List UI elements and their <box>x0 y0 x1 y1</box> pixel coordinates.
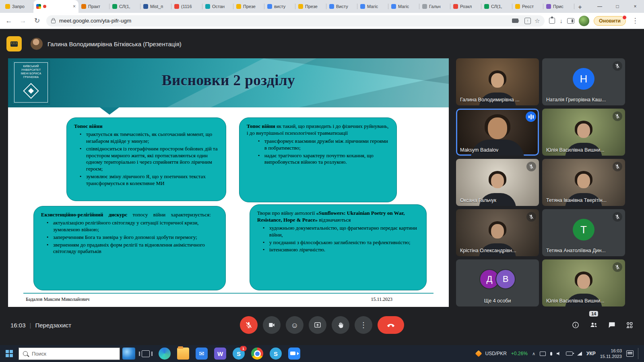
edge-icon[interactable] <box>159 348 171 360</box>
back-button[interactable]: ← <box>4 17 14 25</box>
participant-tile[interactable]: Тетяна Іванівна Тверітін... <box>542 159 625 206</box>
browser-tab[interactable]: Прис <box>543 0 574 13</box>
tab-close-icon[interactable]: × <box>73 4 76 9</box>
browser-tab[interactable]: Презе <box>295 0 326 13</box>
browser-tab[interactable]: Практ <box>78 0 109 13</box>
browser-tab[interactable]: СЛ(1, <box>109 0 140 13</box>
side-panel-icon[interactable] <box>567 18 574 24</box>
slide-box-title: Топос війни <box>74 123 219 130</box>
tabs: Запро×ПрактСЛ(1,Mist_п(1116ОстанПрезевис… <box>0 0 574 13</box>
presentation-badge-button[interactable] <box>6 36 22 51</box>
taskbar-search[interactable] <box>19 348 120 360</box>
slide-box-title-part: відзначаються <box>318 217 351 223</box>
tab-label: Реєст <box>522 4 541 9</box>
camera-capture-icon[interactable] <box>512 19 518 23</box>
extensions-icon[interactable] <box>549 18 555 24</box>
participant-tile[interactable]: Оксана Гальчук <box>456 159 539 206</box>
browser-tab[interactable]: Запро <box>2 0 33 13</box>
browser-tab[interactable]: Висту <box>326 0 357 13</box>
slide-author: Бадалов Максим Миколайович <box>26 296 89 302</box>
browser-tab[interactable]: Презе <box>233 0 264 13</box>
maximize-button[interactable]: □ <box>609 0 626 13</box>
mail-icon[interactable]: ✉ <box>196 348 208 360</box>
address-bar[interactable]: meet.google.com/yta-pifr-ugm ↑ ☆ <box>46 15 545 27</box>
participants-icon[interactable]: 14 <box>589 321 598 329</box>
participant-tile[interactable]: Maksym Badalov <box>456 109 539 156</box>
browser-tab[interactable]: (1116 <box>171 0 202 13</box>
volume-tray-icon[interactable] <box>557 351 561 356</box>
browser-tab[interactable]: СЛ(1, <box>481 0 512 13</box>
camera-button[interactable] <box>263 316 281 334</box>
search-input[interactable] <box>31 350 116 357</box>
widgets-weather-icon[interactable] <box>122 348 135 360</box>
downloads-icon[interactable]: ↓ <box>559 17 563 24</box>
skype2-icon[interactable]: S <box>270 348 282 360</box>
minimize-button[interactable]: — <box>591 0 609 13</box>
raise-hand-button[interactable] <box>332 316 349 334</box>
tab-favicon-icon <box>546 4 551 9</box>
slide-box-title-part: Екзистенційно-релігійний дискурс <box>41 212 127 218</box>
present-button[interactable] <box>309 316 326 334</box>
battery-tray-icon[interactable] <box>566 352 573 356</box>
ticker-icon[interactable] <box>475 350 482 357</box>
action-center-icon[interactable] <box>626 350 634 357</box>
reactions-button[interactable]: ☺ <box>286 316 303 334</box>
participant-tile[interactable]: Юлія Василівна Вишни... <box>542 109 625 156</box>
info-icon[interactable] <box>572 321 580 329</box>
skype-icon[interactable]: S1 <box>233 348 245 360</box>
task-view-icon[interactable] <box>142 350 150 357</box>
tab-favicon-icon <box>515 4 520 9</box>
tab-label: Презе <box>243 4 262 9</box>
new-tab-button[interactable]: + <box>574 2 586 13</box>
mic-tray-icon[interactable] <box>550 352 552 356</box>
taskbar-clock[interactable]: 16:03 15.11.2023 <box>600 348 622 360</box>
participant-tile[interactable]: ДВЩе 4 особи <box>456 259 539 306</box>
start-button[interactable] <box>0 345 19 362</box>
close-window-button[interactable]: × <box>626 0 644 13</box>
browser-tab[interactable]: Розкл <box>450 0 481 13</box>
ticker-pair[interactable]: USD/PKR <box>485 351 507 356</box>
more-options-button[interactable]: ⋮ <box>355 316 372 334</box>
reload-button[interactable]: ↻ <box>32 16 42 25</box>
participant-tile[interactable]: ННаталія Григорівна Каш... <box>542 58 625 105</box>
zoom-icon[interactable] <box>288 348 300 360</box>
slide-box-title-part: Топос війни <box>247 123 275 129</box>
browser-menu-icon[interactable]: ⋮ <box>630 16 640 25</box>
participant-tile[interactable]: Крістіна Олександрівн... <box>456 209 539 256</box>
browser-tab[interactable]: Реєст <box>512 0 543 13</box>
participant-tile[interactable]: ТТетяна Анатоліївна Дин... <box>542 209 625 256</box>
leave-call-button[interactable] <box>378 316 404 334</box>
participant-tile[interactable]: Юлія Василівна Вишни... <box>542 259 625 306</box>
hidden-icons-caret[interactable]: ∧ <box>532 351 535 356</box>
activities-icon[interactable] <box>625 321 634 329</box>
profile-avatar[interactable] <box>579 16 589 26</box>
mic-button[interactable] <box>240 316 258 334</box>
slide-box-title-part: топосу війни характеризується: <box>127 212 211 218</box>
browser-tab[interactable]: висту <box>264 0 295 13</box>
bookmark-star-icon[interactable]: ☆ <box>535 17 540 25</box>
browser-tab[interactable]: Mist_п <box>140 0 171 13</box>
word-icon[interactable]: W <box>214 348 226 360</box>
display-tray-icon[interactable] <box>540 352 546 356</box>
language-indicator[interactable]: УКР <box>586 351 596 356</box>
browser-tab[interactable]: Гальч <box>419 0 450 13</box>
tab-label: Магіс <box>367 4 386 9</box>
browser-tab[interactable]: Магіс <box>357 0 388 13</box>
network-tray-icon[interactable] <box>577 352 582 356</box>
screen: Запро×ПрактСЛ(1,Mist_п(1116ОстанПрезевис… <box>0 0 644 362</box>
browser-tab[interactable]: Магіс <box>388 0 419 13</box>
share-icon[interactable]: ↑ <box>524 18 531 24</box>
forward-button[interactable]: → <box>18 17 28 25</box>
participant-tile[interactable]: Галина Володимирівна ... <box>456 58 539 105</box>
slide-box: Топос війни як такий, що призводить і до… <box>239 117 397 202</box>
explorer-icon[interactable] <box>177 348 189 360</box>
browser-tab[interactable]: Остан <box>202 0 233 13</box>
update-button[interactable]: Оновити <box>594 16 626 26</box>
mic-off-icon <box>613 111 622 121</box>
mic-off-icon <box>613 162 622 171</box>
show-desktop-strip[interactable] <box>638 348 640 360</box>
chat-icon[interactable] <box>608 321 616 329</box>
chrome-icon[interactable] <box>251 348 263 360</box>
browser-tab-active[interactable]: × <box>33 0 78 13</box>
slide-bullet: зумовлює зміну ліричного Я, що у поетичн… <box>85 173 219 187</box>
